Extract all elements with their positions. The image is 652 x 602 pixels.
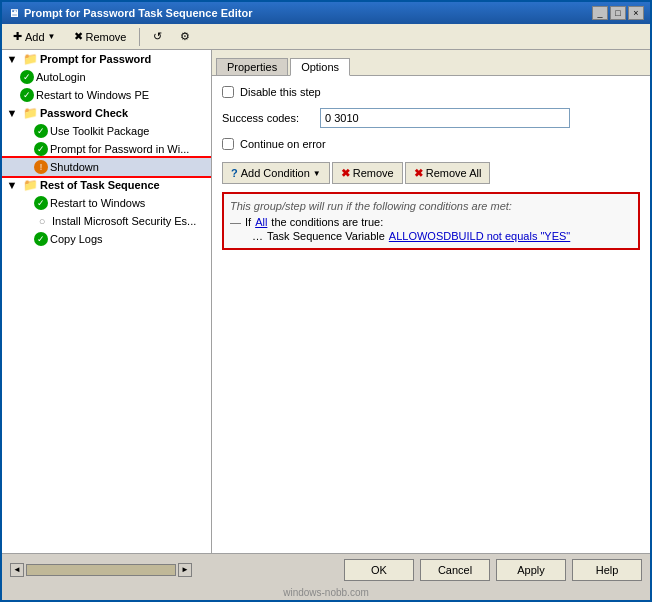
tree-item-toolkit[interactable]: ✓ Use Toolkit Package bbox=[2, 122, 211, 140]
expand-icon-2: ▼ bbox=[4, 105, 20, 121]
left-panel[interactable]: ▼ 📁 Prompt for Password ✓ AutoLogin ✓ Re… bbox=[2, 50, 212, 553]
cond-conditions-text: the conditions are true: bbox=[271, 216, 383, 228]
maximize-button[interactable]: □ bbox=[610, 6, 626, 20]
disable-step-label: Disable this step bbox=[240, 86, 321, 98]
green-check-icon-2: ✓ bbox=[20, 88, 34, 102]
add-dropdown-arrow: ▼ bbox=[48, 32, 56, 41]
tab-options-label: Options bbox=[301, 61, 339, 73]
add-icon: ✚ bbox=[13, 30, 22, 43]
title-bar: 🖥 Prompt for Password Task Sequence Edit… bbox=[2, 2, 650, 24]
tree-root[interactable]: ▼ 📁 Prompt for Password bbox=[2, 50, 211, 68]
tab-properties-label: Properties bbox=[227, 61, 277, 73]
tab-properties[interactable]: Properties bbox=[216, 58, 288, 75]
disable-step-row: Disable this step bbox=[222, 86, 640, 98]
cond-dot: … bbox=[252, 230, 263, 242]
main-toolbar: ✚ Add ▼ ✖ Remove ↺ ⚙ bbox=[2, 24, 650, 50]
refresh-button[interactable]: ↺ bbox=[146, 27, 169, 46]
green-check-icon-3: ✓ bbox=[34, 124, 48, 138]
green-check-icon-4: ✓ bbox=[34, 142, 48, 156]
conditions-box: This group/step will run if the followin… bbox=[222, 192, 640, 250]
scrollbar-area: ◄ ► bbox=[10, 563, 192, 577]
tree-item-restart-windows[interactable]: ✓ Restart to Windows bbox=[2, 194, 211, 212]
ok-button[interactable]: OK bbox=[344, 559, 414, 581]
autologin-label: AutoLogin bbox=[36, 71, 86, 83]
right-panel: Properties Options Disable this step Suc… bbox=[212, 50, 650, 553]
properties-button[interactable]: ⚙ bbox=[173, 27, 197, 46]
apply-button[interactable]: Apply bbox=[496, 559, 566, 581]
remove-icon: ✖ bbox=[74, 30, 83, 43]
minimize-button[interactable]: _ bbox=[592, 6, 608, 20]
remove-button[interactable]: ✖ Remove bbox=[67, 27, 134, 46]
add-condition-button[interactable]: ? Add Condition ▼ bbox=[222, 162, 330, 184]
orange-icon: ! bbox=[34, 160, 48, 174]
cond-if-label: If bbox=[245, 216, 251, 228]
main-window: 🖥 Prompt for Password Task Sequence Edit… bbox=[0, 0, 652, 602]
question-icon: ? bbox=[231, 167, 238, 179]
password-check-label: Password Check bbox=[40, 107, 128, 119]
tree-item-shutdown[interactable]: ! Shutdown bbox=[2, 158, 211, 176]
folder-icon: 📁 bbox=[22, 51, 38, 67]
success-codes-label: Success codes: bbox=[222, 112, 312, 124]
scroll-right-arrow[interactable]: ► bbox=[178, 563, 192, 577]
shutdown-label: Shutdown bbox=[50, 161, 99, 173]
tab-options[interactable]: Options bbox=[290, 58, 350, 76]
restart-pe-label: Restart to Windows PE bbox=[36, 89, 149, 101]
tree-rest[interactable]: ▼ 📁 Rest of Task Sequence bbox=[2, 176, 211, 194]
success-codes-input[interactable] bbox=[320, 108, 570, 128]
cond-task-condition[interactable]: ALLOWOSDBUILD not equals "YES" bbox=[389, 230, 570, 242]
cond-if-row: — If All the conditions are true: bbox=[230, 216, 632, 228]
copy-logs-label: Copy Logs bbox=[50, 233, 103, 245]
restart-windows-label: Restart to Windows bbox=[50, 197, 145, 209]
refresh-icon: ↺ bbox=[153, 30, 162, 43]
cond-expand-icon[interactable]: — bbox=[230, 216, 241, 228]
remove-all-button[interactable]: ✖ Remove All bbox=[405, 162, 491, 184]
disable-step-checkbox[interactable] bbox=[222, 86, 234, 98]
expand-icon: ▼ bbox=[4, 51, 20, 67]
tree-item-restart-pe[interactable]: ✓ Restart to Windows PE bbox=[2, 86, 211, 104]
remove-all-label: Remove All bbox=[426, 167, 482, 179]
remove-condition-button[interactable]: ✖ Remove bbox=[332, 162, 403, 184]
folder-icon-2: 📁 bbox=[22, 105, 38, 121]
remove-label: Remove bbox=[86, 31, 127, 43]
tree-item-prompt-pw[interactable]: ✓ Prompt for Password in Wi... bbox=[2, 140, 211, 158]
scroll-left-arrow[interactable]: ◄ bbox=[10, 563, 24, 577]
expand-icon-3: ▼ bbox=[4, 177, 20, 193]
close-button[interactable]: × bbox=[628, 6, 644, 20]
tree-item-security[interactable]: ○ Install Microsoft Security Es... bbox=[2, 212, 211, 230]
green-check-icon-6: ✓ bbox=[34, 232, 48, 246]
toolkit-label: Use Toolkit Package bbox=[50, 125, 149, 137]
tree-item-copy-logs[interactable]: ✓ Copy Logs bbox=[2, 230, 211, 248]
gray-icon: ○ bbox=[34, 213, 50, 229]
continue-on-error-label: Continue on error bbox=[240, 138, 326, 150]
title-bar-left: 🖥 Prompt for Password Task Sequence Edit… bbox=[8, 7, 252, 19]
main-content: ▼ 📁 Prompt for Password ✓ AutoLogin ✓ Re… bbox=[2, 50, 650, 553]
watermark-text: windows-nobb.com bbox=[283, 587, 369, 598]
tab-bar: Properties Options bbox=[212, 50, 650, 76]
prompt-pw-label: Prompt for Password in Wi... bbox=[50, 143, 189, 155]
cond-info-text: This group/step will run if the followin… bbox=[230, 200, 632, 212]
bottom-bar: ◄ ► OK Cancel Apply Help bbox=[2, 553, 650, 585]
green-check-icon-5: ✓ bbox=[34, 196, 48, 210]
tree-item-autologin[interactable]: ✓ AutoLogin bbox=[2, 68, 211, 86]
help-button[interactable]: Help bbox=[572, 559, 642, 581]
window-title: Prompt for Password Task Sequence Editor bbox=[24, 7, 252, 19]
security-label: Install Microsoft Security Es... bbox=[52, 215, 196, 227]
remove-label: Remove bbox=[353, 167, 394, 179]
title-bar-controls: _ □ × bbox=[592, 6, 644, 20]
add-condition-label: Add Condition bbox=[241, 167, 310, 179]
cancel-button[interactable]: Cancel bbox=[420, 559, 490, 581]
watermark: windows-nobb.com bbox=[2, 585, 650, 600]
add-label: Add bbox=[25, 31, 45, 43]
toolbar-separator bbox=[139, 28, 140, 46]
continue-on-error-checkbox[interactable] bbox=[222, 138, 234, 150]
remove-x-icon: ✖ bbox=[341, 167, 350, 180]
window-icon: 🖥 bbox=[8, 7, 19, 19]
scroll-track[interactable] bbox=[26, 564, 176, 576]
folder-icon-3: 📁 bbox=[22, 177, 38, 193]
continue-on-error-row: Continue on error bbox=[222, 138, 640, 150]
add-button[interactable]: ✚ Add ▼ bbox=[6, 27, 63, 46]
cond-task-label: Task Sequence Variable bbox=[267, 230, 385, 242]
tree-password-check[interactable]: ▼ 📁 Password Check bbox=[2, 104, 211, 122]
success-codes-row: Success codes: bbox=[222, 108, 640, 128]
properties-icon: ⚙ bbox=[180, 30, 190, 43]
